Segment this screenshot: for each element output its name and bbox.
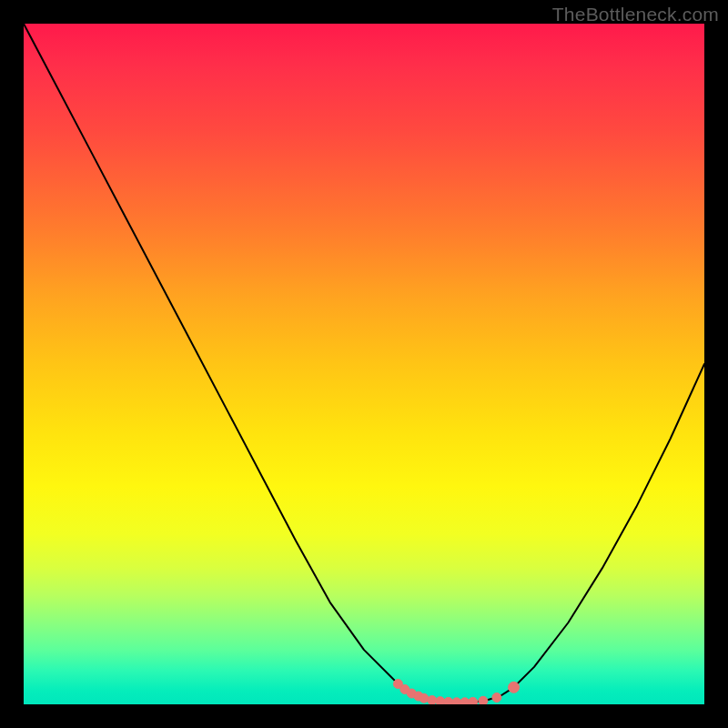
plot-area xyxy=(24,24,704,704)
optimal-marker xyxy=(469,697,478,704)
optimal-marker xyxy=(436,697,445,704)
chart-svg xyxy=(24,24,704,704)
watermark-text: TheBottleneck.com xyxy=(552,4,719,25)
optimal-marker xyxy=(420,693,429,703)
outer-frame: TheBottleneck.com xyxy=(0,0,728,728)
optimal-marker xyxy=(492,693,501,703)
optimal-marker xyxy=(444,697,453,704)
optimal-marker xyxy=(479,696,488,704)
optimal-marker xyxy=(509,682,520,693)
optimal-range-markers xyxy=(393,680,519,704)
optimal-marker xyxy=(460,698,470,704)
optimal-marker xyxy=(452,698,461,704)
bottleneck-curve-line xyxy=(24,24,704,703)
optimal-marker xyxy=(428,696,437,704)
